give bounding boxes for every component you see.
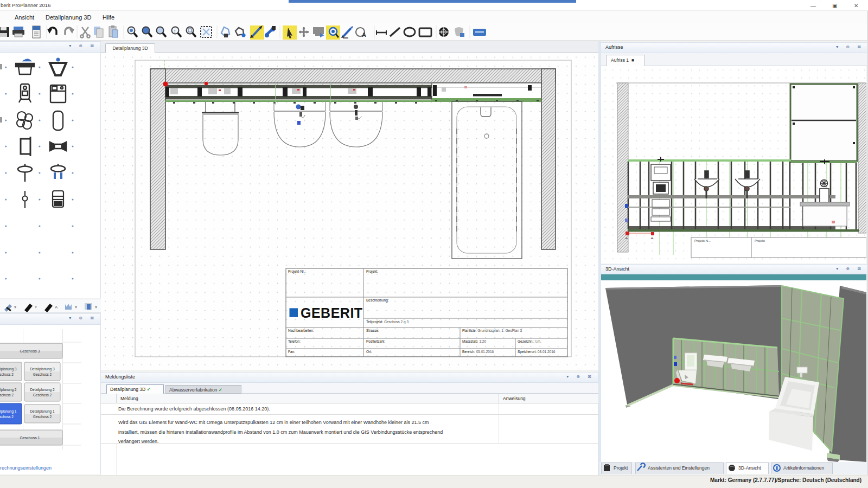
svg-text:Strasse:: Strasse: [366, 329, 379, 332]
svg-text:tailplanung 2: tailplanung 2 [0, 388, 17, 392]
svg-text:Geschoss 3: Geschoss 3 [20, 349, 40, 353]
svg-text:GEBERIT: GEBERIT [301, 305, 363, 320]
svg-text:Planliste: Grundrissplan, 1:: Planliste: Grundrissplan, 1: GeoPlan 3 [462, 329, 522, 333]
svg-text:Projekt-N...: Projekt-N... [694, 239, 711, 242]
svg-text:Geschoss 1: Geschoss 1 [20, 436, 40, 440]
svg-text:Bereich: 05.01.2016: Bereich: 05.01.2016 [462, 350, 494, 354]
svg-text:Detailplanung 2: Detailplanung 2 [30, 388, 55, 392]
svg-text:tailplanung 1: tailplanung 1 [0, 409, 17, 414]
svg-text:Projekt:: Projekt: [366, 269, 378, 274]
svg-text:schoss 2: schoss 2 [0, 415, 14, 419]
svg-text:↕: ↕ [174, 28, 176, 34]
svg-text:Geschoss 2: Geschoss 2 [33, 393, 52, 397]
svg-text:schoss 2: schoss 2 [0, 393, 14, 397]
svg-text:A: A [362, 31, 366, 38]
svg-text:tailplanung 3: tailplanung 3 [0, 367, 17, 371]
svg-text:A: A [55, 305, 58, 310]
svg-text:▾: ▾ [35, 305, 37, 310]
svg-text:Beschreibung:: Beschreibung: [366, 298, 389, 303]
svg-text:Fax:: Fax: [288, 350, 295, 354]
svg-text:▾: ▾ [14, 305, 16, 310]
svg-text:Detailplanung 3: Detailplanung 3 [30, 367, 55, 371]
svg-text:Ort:: Ort: [366, 350, 372, 354]
svg-text:▾: ▾ [95, 305, 97, 310]
svg-text:Projekt-Nr.:: Projekt-Nr.: [288, 269, 306, 274]
svg-text:Geschoss 2: Geschoss 2 [33, 373, 52, 376]
svg-text:Massstab: 1:20: Massstab: 1:20 [462, 339, 486, 343]
svg-text:Detailplanung 1: Detailplanung 1 [30, 409, 55, 414]
svg-text:Postleitzahl:: Postleitzahl: [366, 339, 385, 343]
svg-text:Speicherort: 08.01.2016: Speicherort: 08.01.2016 [518, 350, 556, 354]
svg-text:Teilprojekt: Geschoss 2 g 3: Teilprojekt: Geschoss 2 g 3 [366, 320, 409, 324]
svg-text:schoss 2: schoss 2 [0, 373, 14, 376]
svg-text:Telefon:: Telefon: [288, 339, 301, 343]
svg-text:▾: ▾ [75, 305, 77, 310]
svg-text:Nachbearbeiten:: Nachbearbeiten: [288, 329, 314, 332]
svg-text:Geschoss 2: Geschoss 2 [33, 415, 52, 419]
svg-text:Gezeichn.: t.m.: Gezeichn.: t.m. [518, 339, 541, 343]
svg-text:Projekt: Projekt [755, 239, 765, 242]
